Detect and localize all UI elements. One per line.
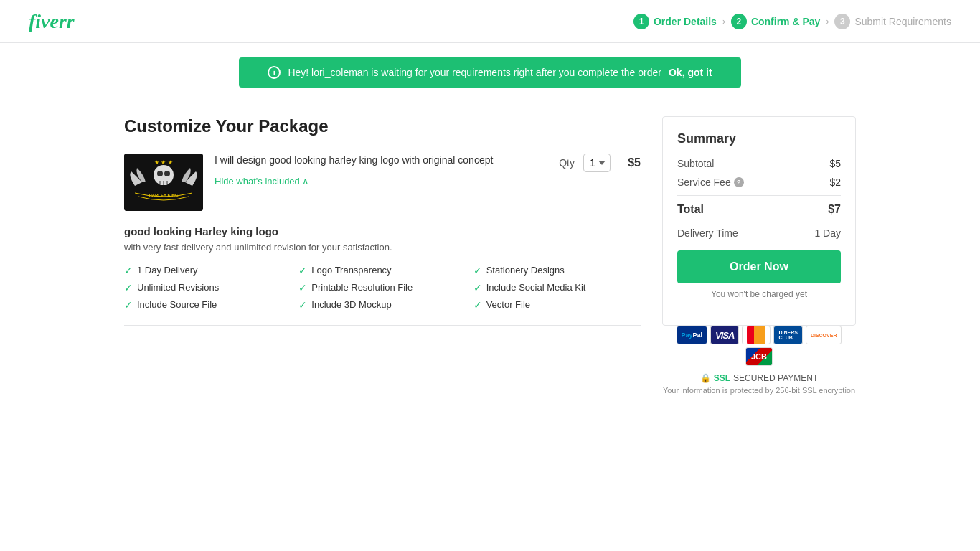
step-2-circle: 2 (731, 14, 747, 29)
feature-label: Vector File (486, 299, 530, 310)
help-icon[interactable]: ? (734, 177, 744, 187)
subtotal-label: Subtotal (677, 158, 714, 169)
delivery-row: Delivery Time 1 Day (677, 227, 841, 239)
service-fee-label: Service Fee ? (677, 176, 744, 188)
product-price: $5 (619, 156, 641, 169)
features-grid: ✓ 1 Day Delivery ✓ Logo Transparency ✓ S… (124, 265, 641, 311)
qty-price-section: Qty 1 2 3 $5 (559, 154, 641, 172)
discover-icon: DISCOVER (806, 326, 842, 344)
feature-1-day-delivery: ✓ 1 Day Delivery (124, 265, 291, 276)
product-title: I will design good looking harley king l… (215, 154, 547, 168)
feature-label: 1 Day Delivery (137, 265, 198, 276)
lock-icon: 🔒 (700, 373, 711, 383)
ssl-sub-text: Your information is protected by 256-bit… (662, 386, 856, 395)
summary-divider (677, 195, 841, 196)
summary-title: Summary (677, 131, 841, 146)
info-icon: i (268, 66, 281, 79)
check-icon: ✓ (473, 265, 482, 276)
feature-label: Stationery Designs (486, 265, 565, 276)
step-3: 3 Submit Requirements (834, 14, 951, 29)
svg-point-2 (157, 171, 163, 176)
hide-included-link[interactable]: Hide what's included ∧ (215, 176, 309, 187)
breadcrumb: 1 Order Details › 2 Confirm & Pay › 3 Su… (633, 14, 951, 29)
banner-message: Hey! lori_coleman is waiting for your re… (288, 67, 661, 78)
feature-3d-mockup: ✓ Include 3D Mockup (298, 299, 466, 311)
step-2: 2 Confirm & Pay (731, 14, 820, 29)
feature-vector-file: ✓ Vector File (473, 299, 641, 311)
product-image: ★ ★ ★ HARLEY KING (124, 154, 203, 211)
delivery-label: Delivery Time (677, 227, 738, 239)
check-icon: ✓ (473, 282, 482, 293)
section-divider (124, 325, 641, 326)
page-header: fiverr 1 Order Details › 2 Confirm & Pay… (0, 0, 980, 43)
feature-label: Include Social Media Kit (486, 282, 586, 293)
left-panel: Customize Your Package (124, 116, 641, 395)
payment-icons: PayPal VISA DINERSCLUB DISCOVER JCB (662, 326, 856, 366)
check-icon: ✓ (298, 299, 307, 311)
diners-icon: DINERSCLUB (773, 326, 802, 344)
check-icon: ✓ (298, 282, 307, 293)
package-details: good looking Harley king logo with very … (124, 225, 641, 255)
page-title: Customize Your Package (124, 116, 641, 136)
no-charge-text: You won't be charged yet (677, 289, 841, 299)
step-3-label: Submit Requirements (854, 16, 951, 27)
service-fee-row: Service Fee ? $2 (677, 176, 841, 188)
product-thumbnail: ★ ★ ★ HARLEY KING (124, 154, 203, 211)
step-3-circle: 3 (834, 14, 850, 29)
check-icon: ✓ (298, 265, 307, 276)
feature-label: Include 3D Mockup (311, 299, 391, 310)
svg-text:★ ★ ★: ★ ★ ★ (154, 159, 172, 166)
check-icon: ✓ (124, 299, 133, 311)
ssl-row: 🔒 SSL SECURED PAYMENT (662, 373, 856, 383)
feature-include-source-file: ✓ Include Source File (124, 299, 291, 311)
package-description: with very fast delivery and unlimited re… (124, 240, 641, 255)
qty-label: Qty (559, 157, 575, 169)
paypal-icon: PayPal (677, 326, 708, 344)
feature-printable-resolution: ✓ Printable Resolution File (298, 282, 466, 293)
step-1-label: Order Details (654, 16, 717, 27)
subtotal-value: $5 (829, 158, 841, 169)
check-icon: ✓ (124, 265, 133, 276)
product-row: ★ ★ ★ HARLEY KING I will design good loo… (124, 154, 641, 211)
right-panel: Summary Subtotal $5 Service Fee ? $2 Tot… (662, 116, 856, 395)
feature-label: Include Source File (137, 299, 217, 310)
feature-label: Printable Resolution File (311, 282, 413, 293)
visa-icon: VISA (710, 326, 739, 344)
step-1-circle: 1 (633, 14, 649, 29)
svg-point-3 (164, 171, 170, 176)
main-container: Customize Your Package (95, 102, 885, 409)
product-info: I will design good looking harley king l… (215, 154, 547, 187)
jcb-icon: JCB (745, 347, 773, 366)
package-heading: good looking Harley king logo (124, 225, 641, 237)
fiverr-logo: fiverr (29, 10, 75, 33)
order-now-button[interactable]: Order Now (677, 250, 841, 283)
feature-unlimited-revisions: ✓ Unlimited Revisions (124, 282, 291, 293)
check-icon: ✓ (124, 282, 133, 293)
total-value: $7 (828, 203, 841, 216)
info-banner: i Hey! lori_coleman is waiting for your … (239, 57, 741, 88)
step-1: 1 Order Details (633, 14, 717, 29)
chevron-icon-2: › (826, 17, 829, 27)
delivery-value: 1 Day (814, 227, 841, 239)
total-row: Total $7 (677, 203, 841, 216)
mastercard-icon (742, 326, 771, 344)
banner-link[interactable]: Ok, got it (669, 67, 712, 78)
feature-label: Logo Transparency (311, 265, 391, 276)
ssl-label: SSL (714, 373, 730, 383)
total-label: Total (677, 203, 704, 216)
feature-logo-transparency: ✓ Logo Transparency (298, 265, 466, 276)
subtotal-row: Subtotal $5 (677, 158, 841, 169)
feature-social-media-kit: ✓ Include Social Media Kit (473, 282, 641, 293)
service-fee-value: $2 (829, 176, 841, 188)
chevron-icon-1: › (722, 17, 725, 27)
summary-card: Summary Subtotal $5 Service Fee ? $2 Tot… (662, 116, 856, 326)
feature-label: Unlimited Revisions (137, 282, 219, 293)
feature-stationery-designs: ✓ Stationery Designs (473, 265, 641, 276)
check-icon: ✓ (473, 299, 482, 311)
step-2-label: Confirm & Pay (751, 16, 820, 27)
ssl-secured-text: SECURED PAYMENT (733, 373, 818, 383)
quantity-select[interactable]: 1 2 3 (583, 154, 611, 172)
